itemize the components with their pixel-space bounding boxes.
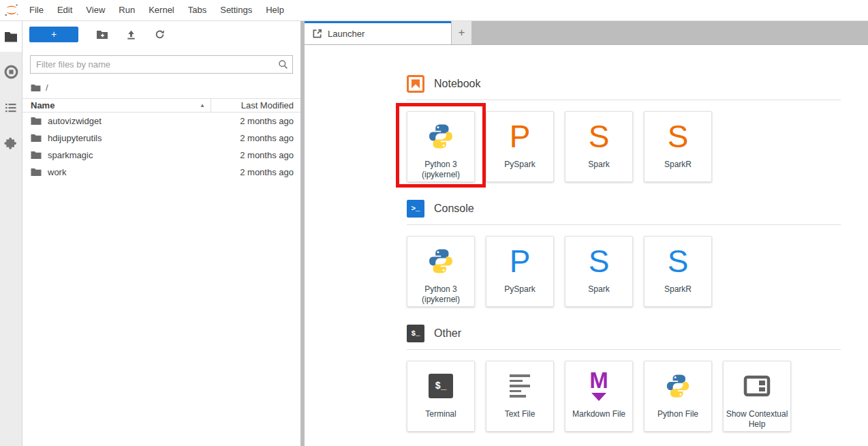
contextual-help-icon (743, 368, 771, 404)
file-modified: 2 months ago (240, 150, 300, 160)
menu-settings[interactable]: Settings (213, 0, 259, 20)
file-row-sparkmagic[interactable]: sparkmagic 2 months ago (22, 147, 300, 164)
file-modified: 2 months ago (240, 116, 300, 126)
refresh-button[interactable] (145, 29, 174, 40)
card-show-contextual-help[interactable]: Show Contextual Help (723, 361, 791, 432)
main-dock-panel: Launcher + Notebook (305, 21, 868, 446)
sparkr-letter-icon: S (668, 243, 689, 280)
other-section-header: $_ Other (407, 325, 841, 342)
card-notebook-pyspark[interactable]: P PySpark (486, 111, 554, 182)
home-folder-icon (31, 84, 41, 92)
card-label: Text File (503, 409, 538, 419)
card-text-file[interactable]: Text File (486, 361, 554, 432)
folder-icon (4, 31, 18, 43)
card-label: Python 3 (ipykernel) (407, 160, 474, 180)
refresh-icon (154, 29, 166, 40)
card-terminal[interactable]: $_ Terminal (407, 361, 475, 432)
other-section-title: Other (434, 327, 461, 340)
card-label: Show Contextual Help (724, 409, 790, 430)
card-label: Python 3 (ipykernel) (407, 284, 474, 305)
notebook-section-header: Notebook (407, 75, 841, 93)
card-label: SparkR (662, 284, 694, 295)
other-section-icon: $_ (407, 325, 424, 342)
card-console-python3[interactable]: Python 3 (ipykernel) (407, 236, 475, 307)
file-browser-toolbar: + (22, 21, 300, 46)
new-tab-button[interactable]: + (451, 21, 471, 44)
section-divider (407, 224, 841, 225)
menu-file[interactable]: File (22, 0, 50, 20)
section-divider (407, 100, 841, 100)
sparkr-letter-icon: S (668, 118, 689, 155)
column-header-name[interactable]: Name ▲ (22, 99, 211, 112)
card-markdown-file[interactable]: M Markdown File (565, 361, 633, 432)
left-sidebar (0, 21, 22, 446)
new-folder-button[interactable] (88, 29, 117, 40)
card-label: PySpark (502, 160, 537, 170)
console-icon: >_ (407, 200, 424, 218)
card-label: Markdown File (570, 409, 627, 419)
card-console-spark[interactable]: S Spark (565, 236, 633, 307)
file-modified: 2 months ago (240, 167, 300, 177)
card-label: Spark (586, 284, 611, 295)
list-icon (4, 102, 18, 114)
menu-view[interactable]: View (79, 0, 112, 20)
card-label: PySpark (502, 284, 537, 295)
tab-launcher[interactable]: Launcher (305, 21, 451, 44)
new-launcher-button[interactable]: + (29, 27, 78, 42)
filter-files-input[interactable] (30, 55, 293, 74)
file-list-header: Name ▲ Last Modified (22, 98, 300, 113)
markdown-icon: M (589, 368, 608, 404)
launcher-icon (312, 29, 322, 39)
card-python-file[interactable]: Python File (644, 361, 712, 432)
menu-kernel[interactable]: Kernel (142, 0, 181, 20)
menu-edit[interactable]: Edit (50, 0, 79, 20)
upload-button[interactable] (117, 29, 145, 40)
breadcrumb[interactable]: / (22, 78, 300, 98)
file-name: autovizwidget (48, 116, 240, 126)
python-logo-icon (426, 118, 456, 155)
jupyter-logo-icon (3, 2, 20, 18)
console-section-header: >_ Console (407, 200, 841, 218)
workspace: + (0, 21, 868, 446)
menu-run[interactable]: Run (112, 0, 142, 20)
folder-icon (31, 168, 42, 177)
folder-icon (31, 117, 42, 125)
jupyter-logo (0, 2, 22, 18)
spark-letter-icon: S (589, 118, 610, 155)
card-console-pyspark[interactable]: P PySpark (486, 236, 554, 307)
sidebar-tab-table-of-contents[interactable] (0, 92, 22, 123)
notebook-section-title: Notebook (434, 78, 481, 90)
folder-icon (31, 151, 42, 160)
notebook-cards: Python 3 (ipykernel) P PySpark S Spark S (407, 111, 841, 182)
sidebar-tab-extensions[interactable] (0, 128, 22, 158)
menu-help[interactable]: Help (259, 0, 291, 20)
sidebar-tab-running-sessions[interactable] (0, 57, 22, 87)
column-header-last-modified[interactable]: Last Modified (211, 100, 300, 110)
card-console-sparkr[interactable]: S SparkR (644, 236, 712, 307)
file-row-autovizwidget[interactable]: autovizwidget 2 months ago (22, 113, 300, 130)
python-logo-icon (664, 368, 692, 404)
file-row-hdijupyterutils[interactable]: hdijupyterutils 2 months ago (22, 130, 300, 147)
python-logo-icon (426, 243, 456, 280)
new-folder-icon (96, 29, 108, 40)
upload-icon (125, 29, 137, 40)
card-notebook-sparkr[interactable]: S SparkR (644, 111, 712, 182)
card-notebook-spark[interactable]: S Spark (565, 111, 633, 182)
menu-tabs[interactable]: Tabs (181, 0, 213, 20)
section-notebook: Notebook (407, 75, 841, 182)
launcher-body: Notebook (305, 45, 868, 446)
tab-bar: Launcher + (305, 21, 868, 45)
card-label: SparkR (662, 160, 694, 170)
pyspark-letter-icon: P (510, 118, 531, 155)
card-notebook-python3[interactable]: Python 3 (ipykernel) (407, 111, 475, 182)
file-modified: 2 months ago (240, 133, 300, 143)
file-row-work[interactable]: work 2 months ago (22, 164, 300, 181)
puzzle-icon (4, 136, 18, 150)
name-column-label: Name (31, 100, 55, 110)
file-name: sparkmagic (48, 150, 240, 160)
tab-launcher-label: Launcher (328, 29, 365, 39)
sidebar-tab-file-browser[interactable] (0, 21, 22, 52)
folder-icon (31, 134, 42, 143)
section-console: >_ Console (407, 200, 841, 307)
breadcrumb-root: / (46, 83, 48, 93)
